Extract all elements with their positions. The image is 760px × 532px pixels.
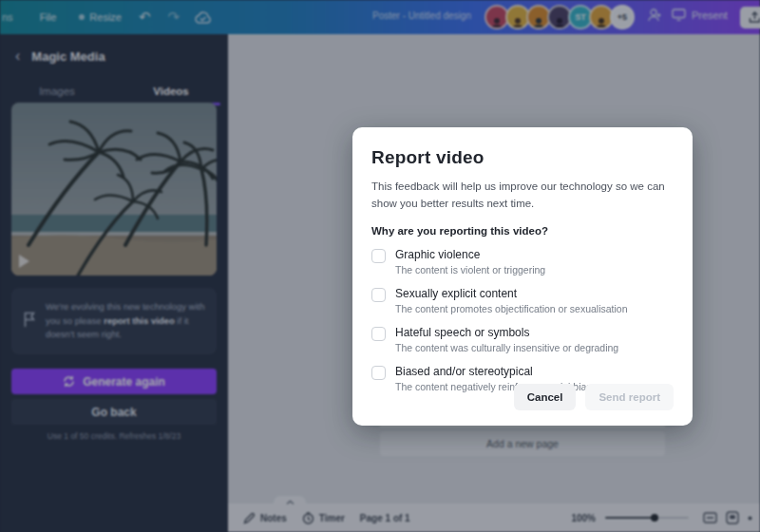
- report-option[interactable]: Sexually explicit content The content pr…: [371, 287, 674, 314]
- option-description: The content promotes objectification or …: [395, 303, 628, 314]
- checkbox-graphic-violence[interactable]: [371, 249, 386, 263]
- dialog-question: Why are you reporting this video?: [371, 225, 674, 237]
- report-option[interactable]: Hateful speech or symbols The content wa…: [371, 326, 674, 353]
- option-label: Biased and/or stereotypical: [395, 365, 602, 378]
- cancel-button[interactable]: Cancel: [514, 384, 577, 410]
- dialog-description: This feedback will help us improve our t…: [371, 179, 677, 213]
- checkbox-hateful-speech[interactable]: [371, 327, 386, 341]
- checkbox-biased-stereotypical[interactable]: [371, 366, 386, 380]
- option-description: The content is violent or triggering: [395, 264, 545, 276]
- report-video-dialog: Report video This feedback will help us …: [352, 127, 693, 426]
- option-description: The content was culturally insensitive o…: [395, 342, 618, 353]
- send-report-button[interactable]: Send report: [585, 384, 674, 410]
- option-label: Sexually explicit content: [395, 287, 628, 300]
- report-option[interactable]: Graphic violence The content is violent …: [371, 248, 674, 276]
- dialog-actions: Cancel Send report: [514, 384, 674, 410]
- option-label: Graphic violence: [395, 248, 545, 261]
- dialog-title: Report video: [371, 147, 674, 168]
- canva-editor-screen: ns File Resize ↶ ↷ Poster - Untitled des…: [0, 0, 760, 532]
- option-label: Hateful speech or symbols: [395, 326, 618, 339]
- checkbox-sexually-explicit[interactable]: [371, 288, 386, 302]
